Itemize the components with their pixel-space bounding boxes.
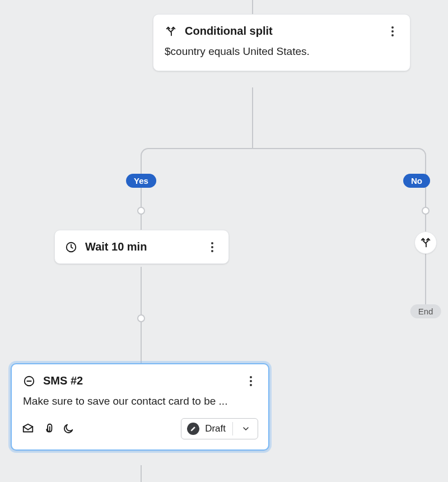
open-rate-icon[interactable] — [22, 423, 34, 435]
end-node: End — [410, 304, 441, 318]
sms-node[interactable]: SMS #2 Make sure to save our contact car… — [11, 363, 269, 451]
sms-menu-button[interactable] — [245, 375, 257, 387]
connector-line — [425, 160, 426, 233]
conditional-split-node[interactable]: Conditional split $country equals United… — [153, 14, 410, 71]
conditional-title: Conditional split — [185, 25, 379, 38]
clock-icon — [65, 241, 77, 253]
add-step-button[interactable] — [422, 207, 430, 215]
connector-corner — [141, 148, 154, 161]
branch-yes-pill[interactable]: Yes — [126, 174, 156, 188]
connector-line — [141, 160, 142, 239]
sms-preview-text: Make sure to save our contact card to be… — [12, 392, 268, 416]
add-step-button[interactable] — [137, 314, 145, 322]
conditional-menu-button[interactable] — [386, 25, 399, 38]
connector-line — [252, 0, 253, 14]
connector-line — [425, 254, 426, 304]
add-step-button[interactable] — [137, 207, 145, 215]
draft-status-icon — [187, 423, 199, 435]
split-icon — [419, 237, 432, 249]
wait-label: Wait 10 min — [85, 240, 198, 253]
connector-line — [141, 465, 142, 482]
branch-no-pill[interactable]: No — [403, 174, 430, 188]
quiet-hours-icon[interactable] — [62, 423, 74, 435]
wait-node[interactable]: Wait 10 min — [54, 230, 229, 264]
sms-title: SMS #2 — [43, 374, 237, 387]
attachment-icon[interactable] — [42, 423, 54, 435]
wait-menu-button[interactable] — [206, 241, 218, 253]
chevron-down-icon — [240, 423, 252, 435]
sms-status-label: Draft — [205, 423, 226, 434]
sms-icon — [23, 375, 35, 387]
split-icon — [165, 25, 177, 38]
empty-branch-node[interactable] — [414, 231, 437, 254]
sms-status-select[interactable]: Draft — [181, 418, 258, 439]
connector-line — [148, 148, 419, 149]
conditional-condition-text: $country equals United States. — [153, 42, 410, 71]
connector-line — [252, 87, 253, 148]
connector-corner — [413, 148, 426, 161]
